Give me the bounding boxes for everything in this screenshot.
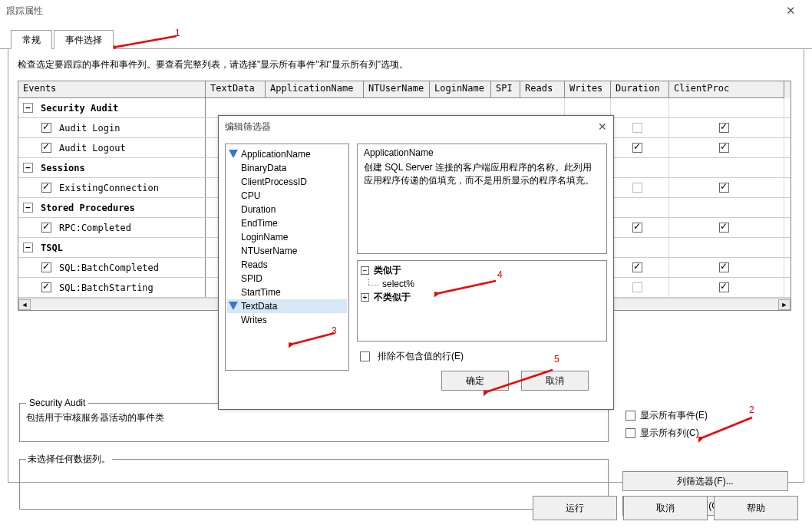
group-label: Stored Procedures: [41, 203, 135, 213]
duration-checkbox[interactable]: [632, 262, 642, 272]
event-checkbox[interactable]: [41, 282, 51, 292]
filter-column-list[interactable]: ApplicationName BinaryData ClientProcess…: [225, 144, 349, 371]
window-title: 跟踪属性: [6, 5, 775, 18]
col-textdata[interactable]: TextData: [206, 81, 266, 98]
filter-item-ntusername[interactable]: NTUserName: [227, 244, 347, 258]
filter-desc-title: ApplicationName: [364, 147, 600, 158]
event-label: SQL:BatchStarting: [59, 282, 153, 293]
group-label: Sessions: [41, 163, 85, 173]
grid-header: Events TextData ApplicationName NTUserNa…: [18, 81, 791, 98]
show-all-cols-label: 显示所有列(C): [640, 427, 699, 440]
event-checkbox[interactable]: [41, 223, 51, 233]
run-button[interactable]: 运行: [533, 496, 617, 520]
show-all-events-label: 显示所有事件(E): [640, 409, 708, 422]
col-spi[interactable]: SPI: [491, 81, 520, 98]
event-label: RPC:Completed: [59, 223, 131, 233]
event-checkbox[interactable]: [41, 143, 51, 153]
no-selection-box: 未选择任何数据列。: [19, 453, 609, 510]
duration-checkbox[interactable]: [632, 123, 642, 133]
column-filter-button[interactable]: 列筛选器(F)...: [622, 471, 788, 491]
cancel-button-modal[interactable]: 取消: [521, 371, 589, 391]
help-button[interactable]: 帮助: [714, 496, 798, 520]
event-label: Audit Login: [59, 123, 120, 134]
tree-node-like[interactable]: − 类似于: [361, 264, 603, 277]
filter-item-reads[interactable]: Reads: [227, 258, 347, 272]
col-reads[interactable]: Reads: [520, 81, 565, 98]
event-label: Audit Logout: [59, 143, 126, 153]
duration-checkbox[interactable]: [632, 183, 642, 193]
cancel-button[interactable]: 取消: [623, 496, 708, 520]
collapse-icon[interactable]: −: [23, 243, 33, 252]
clientproc-checkbox[interactable]: [719, 262, 729, 272]
annotation-4: 4: [497, 269, 503, 280]
annotation-5: 5: [554, 354, 559, 365]
collapse-icon[interactable]: −: [361, 266, 369, 275]
event-checkbox[interactable]: [41, 123, 51, 133]
close-icon[interactable]: ✕: [598, 120, 607, 133]
bottom-bar: 运行 取消 帮助: [533, 496, 798, 520]
clientproc-checkbox[interactable]: [719, 143, 729, 153]
annotation-2: 2: [749, 404, 754, 415]
event-checkbox[interactable]: [41, 183, 51, 193]
ok-button[interactable]: 确定: [441, 371, 509, 391]
filter-item-starttime[interactable]: StartTime: [227, 285, 347, 299]
tree-node-like-value[interactable]: select%: [361, 279, 603, 289]
group-label: Security Audit: [41, 103, 118, 114]
filter-item-textdata[interactable]: TextData: [227, 299, 347, 313]
collapse-icon[interactable]: −: [23, 163, 33, 173]
filter-item-writes[interactable]: Writes: [227, 313, 347, 327]
clientproc-checkbox[interactable]: [719, 183, 729, 193]
clientproc-checkbox[interactable]: [719, 282, 729, 292]
clientproc-checkbox[interactable]: [719, 123, 729, 133]
event-checkbox[interactable]: [41, 262, 51, 272]
filter-item-clientprocessid[interactable]: ClientProcessID: [227, 175, 347, 189]
filter-item-endtime[interactable]: EndTime: [227, 216, 347, 230]
tree-node-notlike[interactable]: + 不类似于: [361, 291, 603, 304]
exclude-label: 排除不包含值的行(E): [378, 350, 464, 363]
duration-checkbox[interactable]: [632, 143, 642, 153]
col-duration[interactable]: Duration: [611, 81, 669, 98]
filter-item-binarydata[interactable]: BinaryData: [227, 161, 347, 175]
sec-audit-legend: Security Audit: [26, 398, 88, 408]
collapse-icon[interactable]: −: [23, 103, 33, 113]
filter-condition-tree[interactable]: − 类似于 select% + 不类似于: [357, 260, 607, 342]
exclude-empty-checkbox[interactable]: [360, 351, 370, 361]
filter-desc-body: 创建 SQL Server 连接的客户端应用程序的名称。此列用应用程序传递的值填…: [364, 161, 600, 187]
col-loginname[interactable]: LoginName: [430, 81, 491, 98]
tab-general[interactable]: 常规: [11, 30, 52, 49]
filter-item-spid[interactable]: SPID: [227, 272, 347, 285]
scroll-left-icon[interactable]: ◄: [18, 299, 31, 310]
filter-value[interactable]: select%: [382, 279, 414, 289]
no-selection-legend: 未选择任何数据列。: [26, 453, 112, 466]
duration-checkbox[interactable]: [632, 282, 642, 292]
col-events[interactable]: Events: [18, 81, 206, 98]
window-title-bar: 跟踪属性 ✕: [0, 0, 812, 21]
duration-checkbox[interactable]: [632, 223, 642, 233]
edit-filter-dialog: 编辑筛选器 ✕ ApplicationName BinaryData Clien…: [218, 115, 614, 410]
group-label: TSQL: [41, 243, 63, 253]
event-label: SQL:BatchCompleted: [59, 262, 159, 273]
instruction-text: 检查选定要跟踪的事件和事件列。要查看完整列表，请选择"显示所有事件"和"显示所有…: [18, 58, 794, 71]
annotation-1: 1: [175, 28, 180, 38]
col-writes[interactable]: Writes: [565, 81, 611, 98]
col-clientproc[interactable]: ClientProc: [669, 81, 784, 98]
filter-item-applicationname[interactable]: ApplicationName: [227, 147, 347, 161]
clientproc-checkbox[interactable]: [719, 223, 729, 233]
filter-item-loginname[interactable]: LoginName: [227, 230, 347, 244]
filter-description: ApplicationName 创建 SQL Server 连接的客户端应用程序…: [357, 144, 607, 254]
expand-icon[interactable]: +: [361, 293, 369, 302]
collapse-icon[interactable]: −: [23, 203, 33, 213]
show-all-cols-checkbox[interactable]: [626, 428, 635, 438]
right-options: 显示所有事件(E) 显示所有列(C): [622, 408, 708, 444]
sec-audit-text: 包括用于审核服务器活动的事件类: [26, 412, 164, 423]
notlike-label: 不类似于: [374, 291, 411, 304]
show-all-events-checkbox[interactable]: [626, 411, 635, 421]
scroll-right-icon[interactable]: ►: [778, 299, 791, 310]
tab-event-selection[interactable]: 事件选择: [54, 30, 114, 49]
col-ntuser[interactable]: NTUserName: [364, 81, 430, 98]
col-appname[interactable]: ApplicationName: [266, 81, 364, 98]
filter-item-duration[interactable]: Duration: [227, 203, 347, 216]
close-icon[interactable]: ✕: [775, 4, 806, 18]
filter-item-cpu[interactable]: CPU: [227, 189, 347, 203]
modal-title-bar: 编辑筛选器 ✕: [219, 116, 613, 137]
